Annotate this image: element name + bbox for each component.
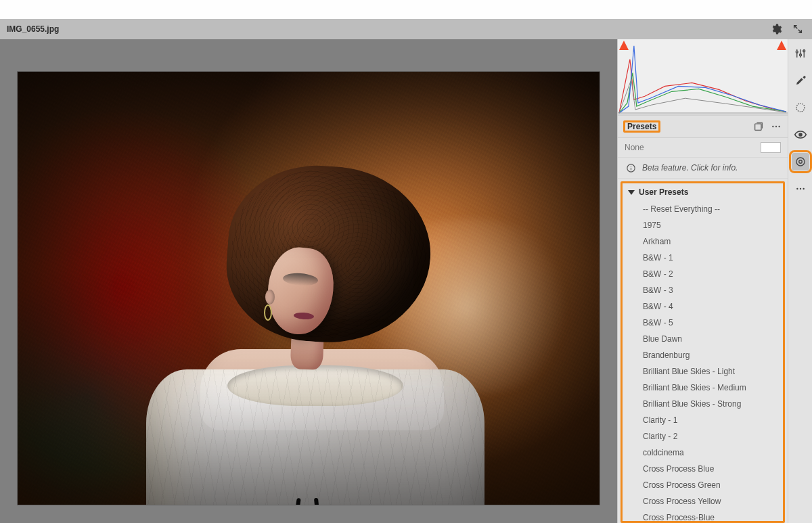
gear-icon[interactable] [769,22,784,37]
radial-icon[interactable] [792,99,809,116]
tool-rail [788,39,812,523]
preset-item[interactable]: Blue Dawn [623,331,783,347]
user-presets-group[interactable]: User Presets [623,183,783,201]
preset-none-swatch [761,142,781,153]
preset-item[interactable]: coldcinema [623,445,783,461]
preset-none-row[interactable]: None [618,138,788,158]
eye-icon[interactable] [792,126,809,143]
new-preset-icon[interactable] [752,120,765,133]
svg-point-16 [796,104,805,112]
preset-item[interactable]: -- Reset Everything -- [623,201,783,217]
preset-item[interactable]: Brilliant Blue Skies - Light [623,363,783,380]
preset-item[interactable]: Brandenburg [623,347,783,363]
window-chrome [0,0,812,19]
preset-item[interactable]: B&W - 3 [623,282,783,298]
right-panel: Presets None Beta feature. Click for inf… [617,39,788,523]
svg-point-21 [799,188,800,189]
beta-info-row[interactable]: Beta feature. Click for info. [618,158,788,179]
svg-point-13 [796,51,798,53]
svg-point-15 [803,50,805,52]
preset-item[interactable]: Cross Process-Blue [623,509,783,521]
edited-photo [18,72,600,505]
svg-rect-3 [755,124,761,130]
svg-point-4 [772,126,773,127]
filename-label: IMG_0655.jpg [7,24,59,34]
preset-item[interactable]: Clarity - 1 [623,412,783,428]
preset-item[interactable]: B&W - 5 [623,315,783,331]
more-icon[interactable] [792,180,809,198]
svg-point-9 [630,166,631,166]
user-presets-label: User Presets [639,187,688,197]
more-options-icon[interactable] [770,120,782,133]
svg-point-5 [775,126,777,127]
disclosure-triangle-icon [628,190,635,195]
presets-icon[interactable] [792,153,809,170]
eyedropper-icon[interactable] [792,72,809,89]
histogram-graph [618,39,788,114]
preset-item[interactable]: 1975 [623,217,783,233]
preset-item[interactable]: B&W - 1 [623,250,783,266]
svg-point-18 [796,158,805,166]
preset-item[interactable]: Brilliant Blue Skies - Medium [623,380,783,396]
svg-point-19 [798,160,802,164]
beta-info-text: Beta feature. Click for info. [642,163,738,173]
info-icon [625,162,637,174]
preset-item[interactable]: Cross Process Green [623,477,783,493]
header-toolbar: IMG_0655.jpg [0,19,812,39]
image-canvas[interactable] [0,39,617,523]
preset-item[interactable]: B&W - 2 [623,266,783,282]
presets-title: Presets [623,120,660,133]
preset-item[interactable]: Cross Process Yellow [623,493,783,509]
preset-none-label: None [625,143,644,152]
fullscreen-icon[interactable] [790,22,805,37]
svg-point-22 [803,188,804,189]
svg-point-20 [796,188,798,189]
preset-item[interactable]: Cross Process Blue [623,461,783,477]
preset-item[interactable]: Arkham [623,233,783,250]
preset-item[interactable]: Brilliant Blue Skies - Strong [623,396,783,412]
sliders-icon[interactable] [792,45,809,62]
presets-list[interactable]: User Presets -- Reset Everything --1975A… [623,183,783,521]
preset-item[interactable]: Clarity - 2 [623,428,783,445]
preset-item[interactable]: B&W - 4 [623,298,783,315]
svg-point-6 [778,126,780,127]
svg-point-17 [798,133,801,136]
svg-point-14 [799,54,801,56]
presets-panel-header: Presets [618,115,788,138]
presets-list-highlight: User Presets -- Reset Everything --1975A… [621,181,785,523]
histogram[interactable] [618,39,788,115]
